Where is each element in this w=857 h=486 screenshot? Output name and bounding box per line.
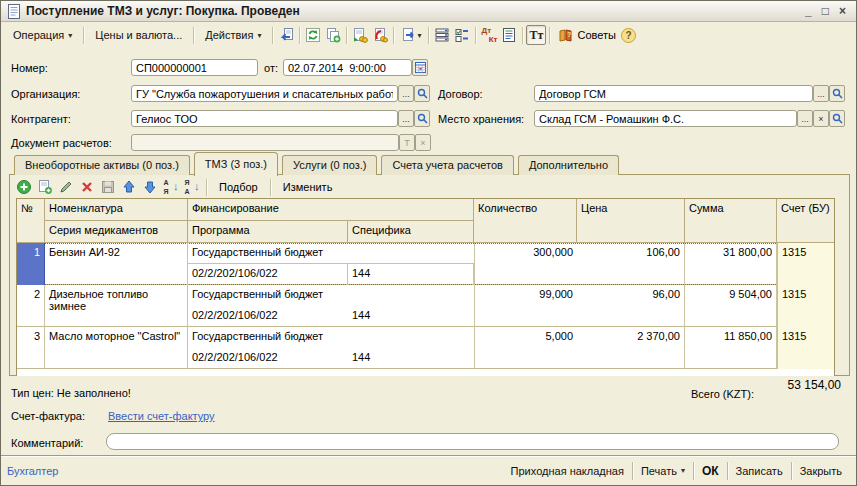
account-cell[interactable]: 1315 [777,243,834,285]
operation-menu-button[interactable]: Операция ▾ [5,25,80,45]
sort-descending-button[interactable]: Я А ↓ [182,178,201,197]
tab-services[interactable]: Услуги (0 поз.) [282,155,377,175]
counterparty-open-button[interactable] [414,110,430,127]
pick-button[interactable]: Подбор [212,179,265,195]
minimize-button[interactable]: _ [805,2,812,20]
price-cell[interactable]: 106,00 [577,243,685,285]
post-and-close-button[interactable] [276,25,296,45]
col-header-specifics[interactable]: Специфика [348,221,474,243]
contract-input[interactable] [534,85,813,102]
warehouse-clear-button[interactable]: × [813,110,829,127]
calendar-button[interactable] [412,59,428,76]
tab-additional[interactable]: Дополнительно [518,155,619,175]
nomenclature-cell[interactable]: Масло моторное "Castrol" [45,327,188,369]
settlement-doc-clear-button[interactable]: × [415,134,431,151]
tab-settlement-accounts[interactable]: Счета учета расчетов [381,155,513,175]
col-header-num[interactable]: № [17,199,45,243]
tab-tmz[interactable]: ТМЗ (3 поз.) [194,152,278,176]
row-number-cell[interactable]: 2 [17,285,45,327]
font-toggle-button[interactable]: Тт [526,25,546,45]
save-button[interactable]: Записать [728,461,791,481]
move-down-button[interactable] [140,178,159,197]
responsible-role-link[interactable]: Бухгалтер [7,465,58,477]
warehouse-select-button[interactable]: ... [797,110,813,127]
quantity-cell[interactable]: 300,000 [474,243,577,285]
ok-button[interactable]: ОК [694,460,727,482]
price-cell[interactable]: 2 370,00 [577,327,685,369]
table-row[interactable]: 1 Бензин АИ-92 Государственный бюджет 02… [17,243,834,285]
col-header-program[interactable]: Программа [188,221,348,243]
date-input[interactable] [283,59,412,76]
comment-input[interactable] [106,433,839,450]
edit-row-button[interactable] [56,178,75,197]
move-up-button[interactable] [119,178,138,197]
organization-select-button[interactable]: ... [398,85,414,102]
program-cell[interactable]: 02/2/202/106/022 [188,264,348,285]
sort-ascending-button[interactable]: А Я ↓ [161,178,180,197]
post-document-button[interactable] [350,25,370,45]
amount-cell[interactable]: 11 850,00 [685,327,777,369]
prices-currency-button[interactable]: Цены и валюта... [87,25,190,45]
refresh-button[interactable] [303,25,323,45]
delete-row-button[interactable] [77,178,96,197]
add-row-button[interactable] [14,178,33,197]
col-header-series[interactable]: Серия медикаментов [45,221,188,243]
unpost-document-button[interactable] [370,25,390,45]
settlement-doc-input[interactable] [131,134,399,151]
nomenclature-cell[interactable]: Бензин АИ-92 [45,243,188,285]
edit-button[interactable]: Изменить [276,179,340,195]
program-cell[interactable]: 02/2/202/106/022 [188,348,348,369]
price-cell[interactable]: 96,00 [577,285,685,327]
specifics-cell[interactable]: 144 [348,264,474,285]
specifics-cell[interactable]: 144 [348,348,474,369]
col-header-quantity[interactable]: Количество [474,199,577,243]
checkbox-list-button[interactable] [452,25,472,45]
help-button[interactable]: ? [621,28,636,43]
contract-open-button[interactable] [829,85,845,102]
close-window-button[interactable]: Закрыть [792,461,850,481]
number-input[interactable] [131,59,258,76]
col-header-nomenclature[interactable]: Номенклатура [45,199,188,221]
enter-invoice-link[interactable]: Ввести счет-фактуру [108,410,215,422]
financing-cell[interactable]: Государственный бюджет [188,243,474,264]
col-header-price[interactable]: Цена [577,199,685,243]
copy-row-button[interactable] [35,178,54,197]
nomenclature-cell[interactable]: Дизельное топливо зимнее [45,285,188,327]
row-number-cell[interactable]: 3 [17,327,45,369]
incoming-invoice-button[interactable]: Приходная накладная [503,461,632,481]
structure-list-button[interactable] [432,25,452,45]
quantity-cell[interactable]: 5,000 [474,327,577,369]
amount-cell[interactable]: 31 800,00 [685,243,777,285]
specifics-cell[interactable]: 144 [348,306,474,327]
dtkt-button[interactable]: Дт Кт [479,25,499,45]
close-button[interactable]: × [839,2,846,20]
print-button[interactable]: Печать ▾ [633,461,693,481]
settlement-doc-type-button[interactable]: Т [399,134,415,151]
col-header-amount[interactable]: Сумма [685,199,777,243]
warehouse-open-button[interactable] [829,110,845,127]
col-header-financing[interactable]: Финансирование [188,199,474,221]
maximize-button[interactable]: □ [822,2,829,20]
counterparty-input[interactable] [131,110,398,127]
account-cell[interactable]: 1315 [777,327,834,369]
copy-document-button[interactable] [323,25,343,45]
program-cell[interactable]: 02/2/202/106/022 [188,306,348,327]
actions-menu-button[interactable]: Действия ▾ [197,25,269,45]
tab-noncurrent-assets[interactable]: Внеоборотные активы (0 поз.) [14,155,190,175]
warehouse-input[interactable] [534,110,797,127]
quantity-cell[interactable]: 99,000 [474,285,577,327]
end-edit-button[interactable] [98,178,117,197]
goto-menu-button[interactable]: ▾ [397,25,425,45]
contract-select-button[interactable]: ... [813,85,829,102]
table-row[interactable]: 2 Дизельное топливо зимнее Государственн… [17,285,834,327]
table-row[interactable]: 3 Масло моторное "Castrol" Государственн… [17,327,834,369]
row-number-cell[interactable]: 1 [17,243,45,285]
organization-open-button[interactable] [414,85,430,102]
amount-cell[interactable]: 9 504,00 [685,285,777,327]
col-header-account[interactable]: Счет (БУ) [777,199,834,243]
organization-input[interactable] [131,85,398,102]
financing-cell[interactable]: Государственный бюджет [188,327,474,348]
financing-cell[interactable]: Государственный бюджет [188,285,474,306]
counterparty-select-button[interactable]: ... [398,110,414,127]
advice-button[interactable]: ? Советы [553,26,620,45]
